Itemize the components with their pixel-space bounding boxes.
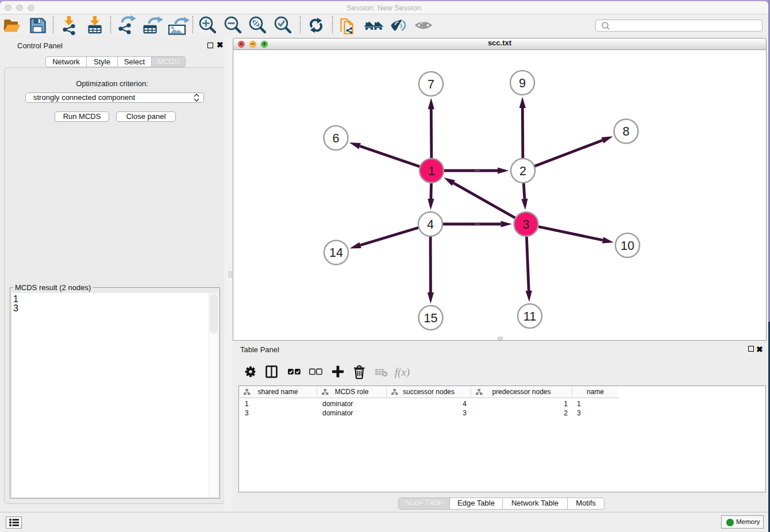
svg-text:10: 10 xyxy=(621,239,634,253)
svg-text:9: 9 xyxy=(519,76,526,90)
svg-text:f(x): f(x) xyxy=(395,366,410,379)
svg-text:14: 14 xyxy=(329,246,343,260)
svg-text:1: 1 xyxy=(428,164,435,178)
svg-text:4: 4 xyxy=(427,218,434,232)
svg-text:6: 6 xyxy=(333,132,340,145)
svg-text:8: 8 xyxy=(623,125,630,138)
svg-text:3: 3 xyxy=(523,218,530,232)
svg-text:7: 7 xyxy=(428,78,434,91)
svg-text:15: 15 xyxy=(424,311,438,325)
svg-text:11: 11 xyxy=(523,310,536,323)
svg-text:2: 2 xyxy=(519,164,526,178)
